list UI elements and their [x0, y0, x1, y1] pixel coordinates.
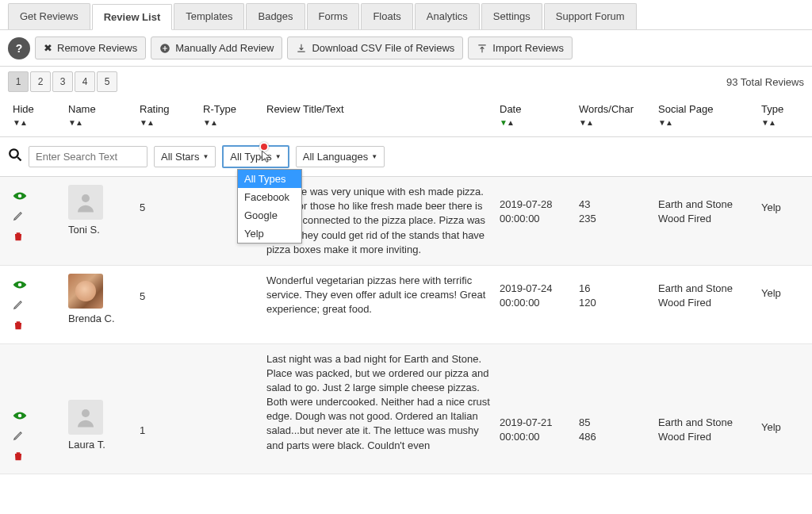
tab-templates[interactable]: Templates	[174, 3, 244, 29]
pager: 1 2 3 4 5	[8, 71, 117, 92]
col-title[interactable]: Review Title/Text	[266, 103, 490, 115]
rating-value: 5	[135, 274, 198, 304]
pencil-icon[interactable]	[13, 299, 24, 315]
table-row: Laura T. 1 Last night was a bad night fo…	[0, 344, 812, 475]
avatar	[68, 185, 103, 220]
col-words[interactable]: Words/Char	[579, 103, 649, 115]
pencil-icon[interactable]	[13, 430, 24, 446]
eye-icon[interactable]	[13, 188, 27, 205]
col-date[interactable]: Date	[500, 103, 569, 115]
upload-icon	[477, 43, 488, 54]
rtype-option-facebook[interactable]: Facebook	[238, 188, 301, 206]
review-date: 2019-07-28 00:00:00	[495, 185, 574, 226]
chevron-down-icon: ▼	[275, 153, 282, 160]
help-button[interactable]: ?	[8, 37, 30, 59]
char-count: 120	[579, 296, 649, 310]
social-page: Earth and Stone Wood Fired	[653, 185, 756, 226]
sort-icon[interactable]: ▼▲	[579, 118, 649, 127]
tab-settings[interactable]: Settings	[481, 3, 542, 29]
table-row: Toni S. 5 his place was very unique with…	[0, 177, 812, 266]
rtype-option-google[interactable]: Google	[238, 206, 301, 224]
tab-get-reviews[interactable]: Get Reviews	[8, 3, 90, 29]
col-hide[interactable]: Hide	[13, 103, 59, 115]
total-reviews-text: 93 Total Reviews	[726, 76, 804, 88]
import-reviews-label: Import Reviews	[492, 42, 564, 54]
toolbar: ? ✖ Remove Reviews Manually Add Review D…	[0, 30, 812, 67]
sort-icon[interactable]: ▼▲	[68, 118, 130, 127]
rating-value: 5	[135, 185, 198, 215]
char-count: 235	[579, 212, 649, 226]
pager-row: 1 2 3 4 5 93 Total Reviews	[0, 67, 812, 97]
tab-badges[interactable]: Badges	[246, 3, 304, 29]
review-text: Wonderful vegetarian pizzas here with te…	[262, 274, 495, 317]
col-social[interactable]: Social Page	[658, 103, 752, 115]
sort-icon[interactable]: ▼▲	[500, 118, 569, 127]
col-rtype[interactable]: R-Type	[203, 103, 257, 115]
tab-floats[interactable]: Floats	[361, 3, 412, 29]
page-1[interactable]: 1	[8, 71, 29, 92]
page-2[interactable]: 2	[30, 71, 51, 92]
svg-point-7	[82, 409, 90, 417]
sort-icon[interactable]: ▼▲	[13, 118, 59, 127]
rtype-dropdown-menu: All Types Facebook Google Yelp	[237, 169, 302, 244]
cursor-indicator	[259, 142, 269, 148]
svg-line-2	[17, 157, 21, 161]
review-type: Yelp	[756, 352, 804, 435]
import-reviews-button[interactable]: Import Reviews	[468, 36, 573, 59]
trash-icon[interactable]	[13, 451, 24, 466]
main-tabs: Get Reviews Review List Templates Badges…	[0, 0, 812, 30]
review-type: Yelp	[756, 185, 804, 215]
social-page: Earth and Stone Wood Fired	[653, 352, 756, 444]
table-header: Hide ▼▲ Name ▼▲ Rating ▼▲ R-Type ▼▲ Revi…	[0, 97, 812, 137]
search-input[interactable]	[29, 146, 147, 167]
reviewer-name: Brenda C.	[68, 312, 130, 326]
add-review-button[interactable]: Manually Add Review	[151, 36, 282, 59]
sort-icon[interactable]: ▼▲	[203, 118, 257, 127]
svg-point-3	[18, 194, 22, 198]
language-filter-label: All Languages	[303, 151, 368, 163]
tab-support-forum[interactable]: Support Forum	[544, 3, 637, 29]
trash-icon[interactable]	[13, 231, 24, 247]
remove-reviews-button[interactable]: ✖ Remove Reviews	[35, 36, 146, 59]
page-3[interactable]: 3	[52, 71, 73, 92]
x-icon: ✖	[44, 42, 52, 54]
rtype-option-yelp[interactable]: Yelp	[238, 224, 301, 243]
tab-analytics[interactable]: Analytics	[415, 3, 480, 29]
eye-icon[interactable]	[13, 408, 27, 425]
rtype-option-all[interactable]: All Types	[238, 170, 301, 188]
pencil-icon[interactable]	[13, 210, 24, 226]
download-icon	[296, 43, 307, 54]
remove-reviews-label: Remove Reviews	[57, 42, 137, 54]
eye-icon[interactable]	[13, 277, 27, 294]
col-rating[interactable]: Rating	[140, 103, 193, 115]
avatar	[68, 400, 103, 435]
review-text: Last night was a bad night for Earth and…	[262, 352, 495, 453]
word-count: 16	[579, 282, 649, 296]
search-icon	[8, 148, 22, 166]
page-4[interactable]: 4	[75, 71, 95, 92]
chevron-down-icon: ▼	[371, 153, 377, 160]
language-filter-dropdown[interactable]: All Languages ▼	[296, 146, 385, 167]
sort-icon[interactable]: ▼▲	[761, 118, 799, 127]
download-csv-label: Download CSV File of Reviews	[312, 42, 454, 54]
filter-row: All Stars ▼ All Types ▼ All Languages ▼ …	[0, 137, 812, 177]
svg-point-1	[10, 149, 18, 158]
col-type[interactable]: Type	[761, 103, 799, 115]
review-date: 2019-07-24 00:00:00	[495, 274, 574, 310]
tab-forms[interactable]: Forms	[307, 3, 360, 29]
svg-point-4	[82, 194, 90, 202]
download-csv-button[interactable]: Download CSV File of Reviews	[287, 36, 463, 59]
sort-icon[interactable]: ▼▲	[658, 118, 752, 127]
tab-review-list[interactable]: Review List	[92, 4, 173, 30]
col-name[interactable]: Name	[68, 103, 130, 115]
page-5[interactable]: 5	[97, 71, 117, 92]
char-count: 486	[579, 430, 649, 444]
svg-point-6	[18, 413, 22, 417]
review-date: 2019-07-21 00:00:00	[495, 352, 574, 444]
stars-filter-dropdown[interactable]: All Stars ▼	[154, 146, 216, 167]
add-review-label: Manually Add Review	[175, 42, 274, 54]
cursor-icon	[261, 150, 272, 164]
sort-icon[interactable]: ▼▲	[140, 118, 193, 127]
trash-icon[interactable]	[13, 320, 24, 336]
rtype-filter-dropdown[interactable]: All Types ▼	[222, 145, 289, 168]
